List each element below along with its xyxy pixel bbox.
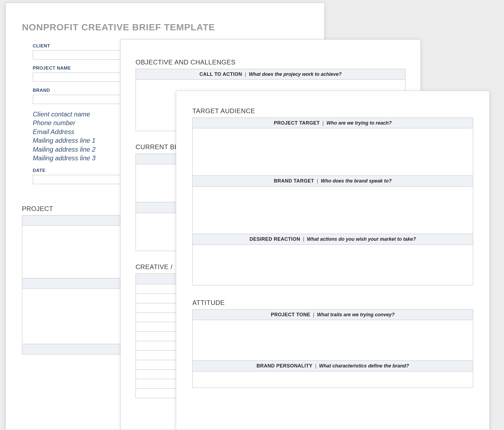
project-tone-lead: PROJECT TONE xyxy=(271,312,310,318)
project-target-desc: Who are we trying to reach? xyxy=(327,120,392,126)
project-target-lead: PROJECT TARGET xyxy=(274,120,320,126)
brand-target-lead: BRAND TARGET xyxy=(274,178,314,184)
target-audience-title: TARGET AUDIENCE xyxy=(192,107,473,115)
project-tone-header: PROJECT TONE | What traits are we trying… xyxy=(192,309,473,320)
attitude-section: ATTITUDE PROJECT TONE | What traits are … xyxy=(192,299,473,388)
attitude-title: ATTITUDE xyxy=(192,299,473,307)
desired-reaction-desc: What actions do you wish your market to … xyxy=(307,236,416,242)
brand-personality-desc: What characteristics define the brand? xyxy=(319,363,409,369)
project-tone-desc: What traits are we trying convey? xyxy=(317,312,395,318)
desired-reaction-body[interactable] xyxy=(192,245,473,285)
project-target-header: PROJECT TARGET | Who are we trying to re… xyxy=(192,118,473,128)
brand-personality-body[interactable] xyxy=(192,372,473,388)
separator: | xyxy=(317,178,318,184)
cta-lead: CALL TO ACTION xyxy=(199,71,242,77)
brand-target-desc: Who does the brand speak to? xyxy=(321,178,392,184)
brand-target-body[interactable] xyxy=(192,187,473,234)
desired-reaction-lead: DESIRED REACTION xyxy=(250,236,300,242)
objective-title: OBJECTIVE AND CHALLENGES xyxy=(136,58,406,66)
target-audience-section: TARGET AUDIENCE PROJECT TARGET | Who are… xyxy=(192,107,473,285)
brand-personality-header: BRAND PERSONALITY | What characteristics… xyxy=(192,361,473,372)
separator: | xyxy=(245,71,246,77)
desired-reaction-header: DESIRED REACTION | What actions do you w… xyxy=(192,234,473,245)
separator: | xyxy=(313,312,314,318)
cta-desc: What does the projecy work to achieve? xyxy=(249,71,342,77)
call-to-action-header: CALL TO ACTION | What does the projecy w… xyxy=(136,69,406,80)
document-title: NONPROFIT CREATIVE BRIEF TEMPLATE xyxy=(22,22,308,32)
template-page-3: TARGET AUDIENCE PROJECT TARGET | Who are… xyxy=(176,91,490,430)
separator: | xyxy=(315,363,317,369)
separator: | xyxy=(303,236,304,242)
project-target-body[interactable] xyxy=(192,128,473,176)
brand-personality-lead: BRAND PERSONALITY xyxy=(256,363,312,369)
separator: | xyxy=(322,120,324,126)
project-tone-body[interactable] xyxy=(192,320,473,361)
brand-target-header: BRAND TARGET | Who does the brand speak … xyxy=(192,176,473,187)
